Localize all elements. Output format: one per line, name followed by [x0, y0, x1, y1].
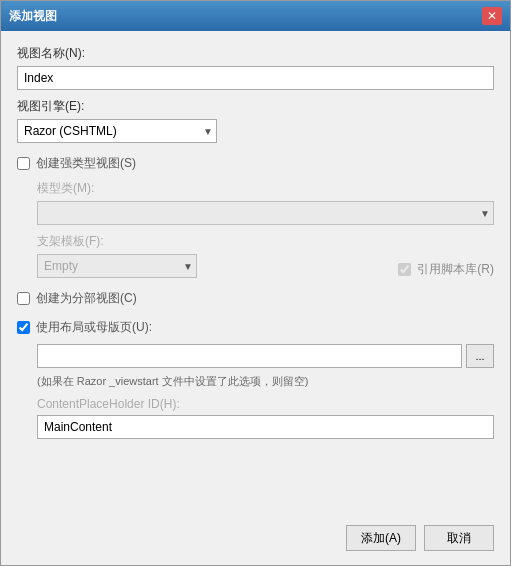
partial-view-label[interactable]: 创建为分部视图(C) [36, 290, 137, 307]
cancel-button[interactable]: 取消 [424, 525, 494, 551]
layout-input[interactable] [37, 344, 462, 368]
view-engine-wrapper: Razor (CSHTML) ASPX ▼ [17, 119, 217, 143]
ref-scripts-row: 引用脚本库(R) [398, 261, 494, 278]
layout-input-row: ... [37, 344, 494, 368]
bottom-buttons: 添加(A) 取消 [1, 515, 510, 565]
scaffold-select[interactable]: Empty Create Delete Details Edit List [37, 254, 197, 278]
model-class-wrapper: ▼ [37, 201, 494, 225]
close-button[interactable]: ✕ [482, 7, 502, 25]
scaffold-col: 支架模板(F): Empty Create Delete Details Edi… [37, 233, 374, 278]
model-class-group: 模型类(M): ▼ [37, 180, 494, 225]
layout-checkbox-row: 使用布局或母版页(U): [17, 319, 494, 336]
layout-hint: (如果在 Razor _viewstart 文件中设置了此选项，则留空) [37, 374, 494, 389]
add-view-dialog: 添加视图 ✕ 视图名称(N): 视图引擎(E): Razor (CSHTML) … [0, 0, 511, 566]
add-button[interactable]: 添加(A) [346, 525, 416, 551]
title-bar: 添加视图 ✕ [1, 1, 510, 31]
model-class-select[interactable] [37, 201, 494, 225]
view-name-group: 视图名称(N): [17, 45, 494, 90]
ref-scripts-label[interactable]: 引用脚本库(R) [417, 261, 494, 278]
dialog-content: 视图名称(N): 视图引擎(E): Razor (CSHTML) ASPX ▼ … [1, 31, 510, 515]
scaffold-row: 支架模板(F): Empty Create Delete Details Edi… [37, 233, 494, 278]
view-name-label: 视图名称(N): [17, 45, 494, 62]
partial-view-row: 创建为分部视图(C) [17, 290, 494, 307]
strongly-typed-row: 创建强类型视图(S) [17, 155, 494, 172]
strongly-typed-checkbox[interactable] [17, 157, 30, 170]
browse-button[interactable]: ... [466, 344, 494, 368]
model-section: 模型类(M): ▼ 支架模板(F): Empty Create [17, 180, 494, 278]
layout-section: ... (如果在 Razor _viewstart 文件中设置了此选项，则留空)… [17, 344, 494, 439]
view-engine-label: 视图引擎(E): [17, 98, 494, 115]
view-engine-group: 视图引擎(E): Razor (CSHTML) ASPX ▼ [17, 98, 494, 143]
use-layout-checkbox[interactable] [17, 321, 30, 334]
dialog-title: 添加视图 [9, 8, 57, 25]
placeholder-label: ContentPlaceHolder ID(H): [37, 397, 494, 411]
view-name-input[interactable] [17, 66, 494, 90]
model-class-label: 模型类(M): [37, 180, 494, 197]
scaffold-label: 支架模板(F): [37, 233, 374, 250]
scaffold-wrapper: Empty Create Delete Details Edit List ▼ [37, 254, 197, 278]
view-engine-select[interactable]: Razor (CSHTML) ASPX [17, 119, 217, 143]
layout-label[interactable]: 使用布局或母版页(U): [36, 319, 152, 336]
placeholder-input[interactable] [37, 415, 494, 439]
partial-view-checkbox[interactable] [17, 292, 30, 305]
strongly-typed-label[interactable]: 创建强类型视图(S) [36, 155, 136, 172]
placeholder-group: ContentPlaceHolder ID(H): [37, 397, 494, 439]
ref-scripts-checkbox[interactable] [398, 263, 411, 276]
